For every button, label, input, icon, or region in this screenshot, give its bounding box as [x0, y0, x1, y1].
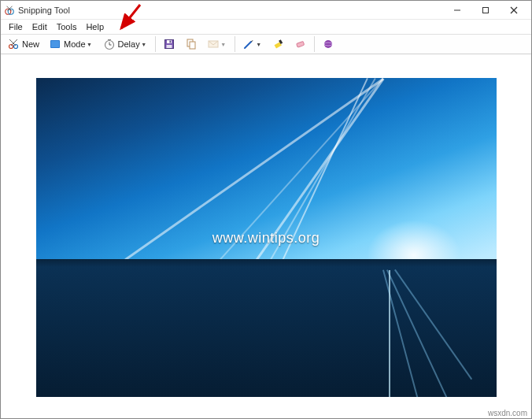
scissors-icon: [7, 38, 20, 50]
chevron-down-icon: ▼: [86, 42, 94, 47]
window-frame: Snipping Tool File Edit Tools Help: [0, 0, 532, 419]
copy-button[interactable]: [181, 35, 201, 53]
delay-button[interactable]: Delay ▼: [99, 35, 152, 53]
save-button[interactable]: [159, 35, 179, 53]
edit-with-paint3d-button[interactable]: [318, 35, 338, 53]
svg-point-8: [9, 45, 13, 49]
delay-label: Delay: [118, 39, 140, 49]
chevron-down-icon: ▼: [140, 42, 148, 47]
titlebar: Snipping Tool: [1, 1, 531, 20]
svg-point-9: [14, 45, 18, 49]
pen-icon: [242, 38, 255, 50]
toolbar-separator: [314, 36, 315, 52]
svg-rect-20: [169, 41, 171, 43]
menu-help[interactable]: Help: [81, 21, 109, 32]
chevron-down-icon: ▼: [220, 42, 227, 47]
eraser-button[interactable]: [290, 35, 311, 53]
svg-rect-21: [166, 45, 172, 48]
pen-button[interactable]: ▼: [238, 35, 267, 53]
copy-icon: [185, 38, 198, 50]
svg-rect-5: [483, 7, 489, 13]
minimize-button[interactable]: [443, 2, 471, 19]
menubar: File Edit Tools Help: [1, 20, 531, 34]
new-snip-button[interactable]: New: [3, 35, 43, 53]
close-button[interactable]: [500, 2, 528, 19]
mode-label: Mode: [64, 39, 86, 49]
mail-icon: [207, 38, 220, 50]
svg-line-25: [245, 42, 251, 48]
toolbar: New Mode ▼ Delay ▼: [1, 34, 531, 54]
menu-file[interactable]: File: [4, 21, 28, 32]
save-icon: [163, 38, 175, 50]
menu-edit[interactable]: Edit: [28, 21, 52, 32]
svg-rect-19: [167, 40, 172, 43]
svg-rect-29: [296, 41, 304, 47]
new-snip-label: New: [22, 39, 39, 49]
captured-snip-image: www.wintips.org: [36, 78, 497, 397]
send-button[interactable]: ▼: [203, 35, 231, 53]
chevron-down-icon: ▼: [255, 42, 263, 47]
window-controls: [443, 1, 528, 19]
maximize-button[interactable]: [471, 2, 500, 19]
mode-icon: [49, 38, 61, 50]
clock-icon: [103, 38, 116, 50]
window-title: Snipping Tool: [18, 6, 443, 15]
toolbar-separator: [155, 36, 156, 52]
highlighter-button[interactable]: [268, 35, 289, 53]
svg-rect-13: [51, 41, 59, 47]
menu-tools[interactable]: Tools: [52, 21, 82, 32]
content-area: www.wintips.org: [1, 54, 531, 418]
paint3d-icon: [322, 38, 334, 50]
mode-button[interactable]: Mode ▼: [45, 35, 98, 53]
svg-rect-23: [190, 42, 195, 49]
svg-point-30: [324, 40, 332, 48]
eraser-icon: [294, 38, 307, 50]
app-icon: [4, 5, 15, 16]
toolbar-separator: [235, 36, 235, 52]
highlighter-icon: [272, 38, 285, 50]
